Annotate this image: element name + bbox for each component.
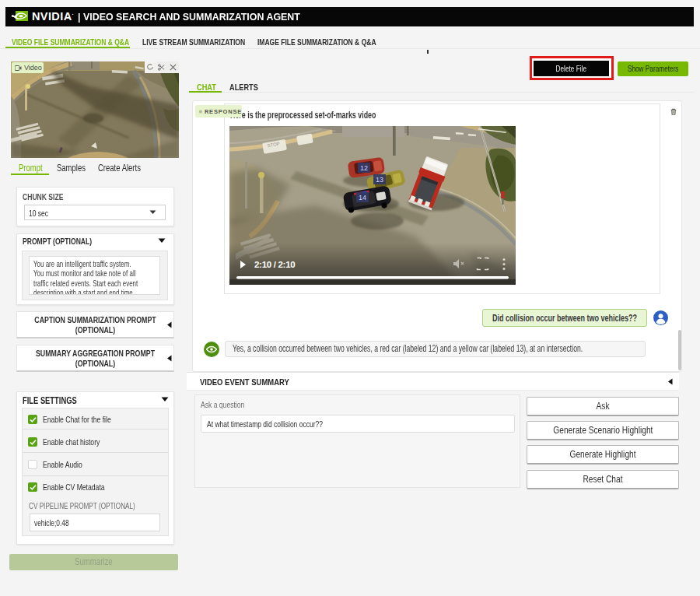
svg-text:13: 13 [376,176,383,184]
svg-text:12: 12 [360,164,368,172]
svg-text:2:10 / 2:10: 2:10 / 2:10 [254,260,295,269]
svg-text:14: 14 [359,194,366,202]
